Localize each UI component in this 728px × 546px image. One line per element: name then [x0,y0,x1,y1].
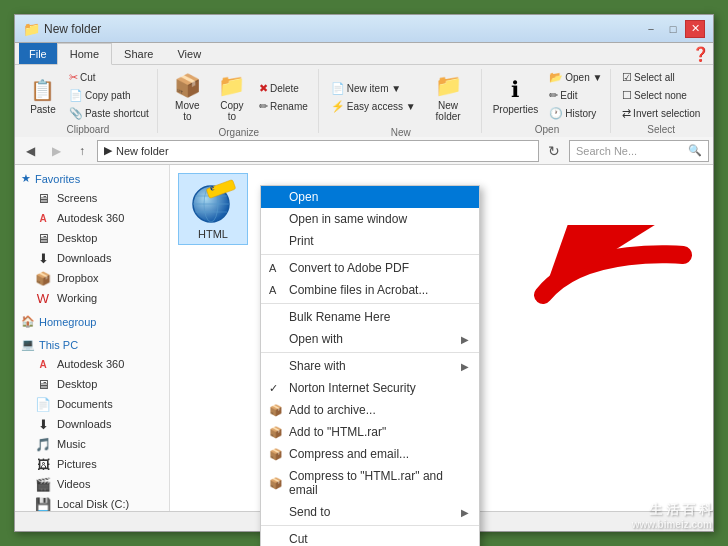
thispc-label: This PC [39,339,78,351]
sidebar-item-autodesk360[interactable]: A Autodesk 360 [15,208,169,228]
desktop-pc-label: Desktop [57,378,97,390]
maximize-button[interactable]: □ [663,20,683,38]
pictures-label: Pictures [57,458,97,470]
paste-button[interactable]: 📋 Paste [23,73,63,118]
file-html[interactable]: e HTML [178,173,248,245]
ctx-add-html-rar[interactable]: 📦 Add to "HTML.rar" [261,421,479,443]
easy-access-button[interactable]: ⚡ Easy access ▼ [327,98,420,115]
delete-button[interactable]: ✖ Delete [255,80,312,97]
new-folder-button[interactable]: 📁 New folder [422,69,475,125]
back-button[interactable]: ◀ [19,140,41,162]
move-to-button[interactable]: 📦 Move to [166,69,209,125]
sidebar-item-downloads-pc[interactable]: ⬇ Downloads [15,414,169,434]
open-dropdown-button[interactable]: 📂 Open ▼ [545,69,606,86]
cut-button[interactable]: ✂ Cut [65,69,153,86]
sidebar-item-screens[interactable]: 🖥 Screens [15,188,169,208]
ribbon-content: 📋 Paste ✂ Cut 📄 Copy path 📎 Paste shortc… [15,65,713,137]
search-icon: 🔍 [688,144,702,157]
search-box[interactable]: Search Ne... 🔍 [569,140,709,162]
minimize-button[interactable]: − [641,20,661,38]
history-button[interactable]: 🕐 History [545,105,606,122]
working-icon: W [35,290,51,306]
organize-label: Organize [219,127,260,138]
invert-icon: ⇄ [622,107,631,120]
refresh-button[interactable]: ↻ [543,140,565,162]
ctx-combine[interactable]: A Combine files in Acrobat... [261,279,479,301]
localdisk-icon: 💾 [35,496,51,511]
favorites-label: Favorites [35,173,80,185]
title-bar: 📁 New folder − □ ✕ [15,15,713,43]
cut-icon: ✂ [69,71,78,84]
ctx-norton[interactable]: ✓ Norton Internet Security [261,377,479,399]
paste-shortcut-button[interactable]: 📎 Paste shortcut [65,105,153,122]
properties-button[interactable]: ℹ Properties [488,73,544,118]
sidebar-item-working[interactable]: W Working [15,288,169,308]
sidebar-item-documents[interactable]: 📄 Documents [15,394,169,414]
sidebar-item-desktop-pc[interactable]: 🖥 Desktop [15,374,169,394]
paste-label: Paste [30,104,56,115]
ctx-open[interactable]: Open [261,186,479,208]
invert-selection-button[interactable]: ⇄ Invert selection [618,105,704,122]
sidebar-section-favorites: ★ Favorites 🖥 Screens A Autodesk 360 🖥 D… [15,169,169,308]
sidebar-header-homegroup[interactable]: 🏠 Homegroup [15,312,169,331]
delete-icon: ✖ [259,82,268,95]
ctx-send-to[interactable]: Send to ▶ [261,501,479,523]
ctx-share-with[interactable]: Share with ▶ [261,355,479,377]
sidebar-item-downloads[interactable]: ⬇ Downloads [15,248,169,268]
window-title: New folder [44,22,101,36]
sidebar-item-dropbox[interactable]: 📦 Dropbox [15,268,169,288]
autodesk-pc-label: Autodesk 360 [57,358,124,370]
tab-file[interactable]: File [19,43,57,64]
ctx-print-label: Print [289,234,314,248]
address-bar: ◀ ▶ ↑ ▶ New folder ↻ Search Ne... 🔍 [15,137,713,165]
copy-button[interactable]: 📄 Copy path [65,87,153,104]
tab-view[interactable]: View [165,43,213,64]
sidebar-item-pictures[interactable]: 🖼 Pictures [15,454,169,474]
sidebar-item-desktop[interactable]: 🖥 Desktop [15,228,169,248]
move-icon: 📦 [173,72,201,100]
address-path[interactable]: ▶ New folder [97,140,539,162]
ctx-open-same-label: Open in same window [289,212,407,226]
edit-button[interactable]: ✏ Edit [545,87,606,104]
ctx-cut[interactable]: Cut [261,528,479,546]
select-all-button[interactable]: ☑ Select all [618,69,704,86]
ctx-convert-pdf[interactable]: A Convert to Adobe PDF [261,257,479,279]
forward-button[interactable]: ▶ [45,140,67,162]
downloads-icon: ⬇ [35,250,51,266]
ctx-compress-html-email[interactable]: 📦 Compress to "HTML.rar" and email [261,465,479,501]
up-button[interactable]: ↑ [71,140,93,162]
close-button[interactable]: ✕ [685,20,705,38]
path-text: New folder [116,145,169,157]
new-col: 📄 New item ▼ ⚡ Easy access ▼ [327,80,420,115]
tab-home[interactable]: Home [57,43,112,65]
sidebar-item-autodesk360-pc[interactable]: A Autodesk 360 [15,354,169,374]
help-icon[interactable]: ❓ [692,46,709,62]
file-area[interactable]: e HTML 📁 Open Open in same window P [170,165,713,511]
select-none-button[interactable]: ☐ Select none [618,87,704,104]
sidebar-header-favorites[interactable]: ★ Favorites [15,169,169,188]
sidebar-item-localdisk[interactable]: 💾 Local Disk (C:) [15,494,169,511]
ctx-open-same-window[interactable]: Open in same window [261,208,479,230]
dropbox-label: Dropbox [57,272,99,284]
ribbon-group-new: 📄 New item ▼ ⚡ Easy access ▼ 📁 New folde… [321,69,482,133]
star-icon: ★ [21,172,31,185]
ctx-open-with[interactable]: Open with ▶ [261,328,479,350]
ctx-print[interactable]: Print [261,230,479,252]
tab-share[interactable]: Share [112,43,165,64]
copy-to-button[interactable]: 📁 Copy to [211,69,253,125]
properties-label: Properties [493,104,539,115]
ctx-share-with-label: Share with [289,359,346,373]
rename-button[interactable]: ✏ Rename [255,98,312,115]
new-item-button[interactable]: 📄 New item ▼ [327,80,420,97]
downloads-pc-icon: ⬇ [35,416,51,432]
sidebar-item-music[interactable]: 🎵 Music [15,434,169,454]
ctx-compress-email[interactable]: 📦 Compress and email... [261,443,479,465]
ribbon-group-clipboard: 📋 Paste ✂ Cut 📄 Copy path 📎 Paste shortc… [19,69,158,133]
ctx-compress-html-label: Compress to "HTML.rar" and email [289,469,469,497]
sidebar-item-videos[interactable]: 🎬 Videos [15,474,169,494]
ctx-add-archive[interactable]: 📦 Add to archive... [261,399,479,421]
documents-label: Documents [57,398,113,410]
context-menu: Open Open in same window Print A Convert… [260,185,480,546]
sidebar-header-thispc[interactable]: 💻 This PC [15,335,169,354]
ctx-bulk-rename[interactable]: Bulk Rename Here [261,306,479,328]
